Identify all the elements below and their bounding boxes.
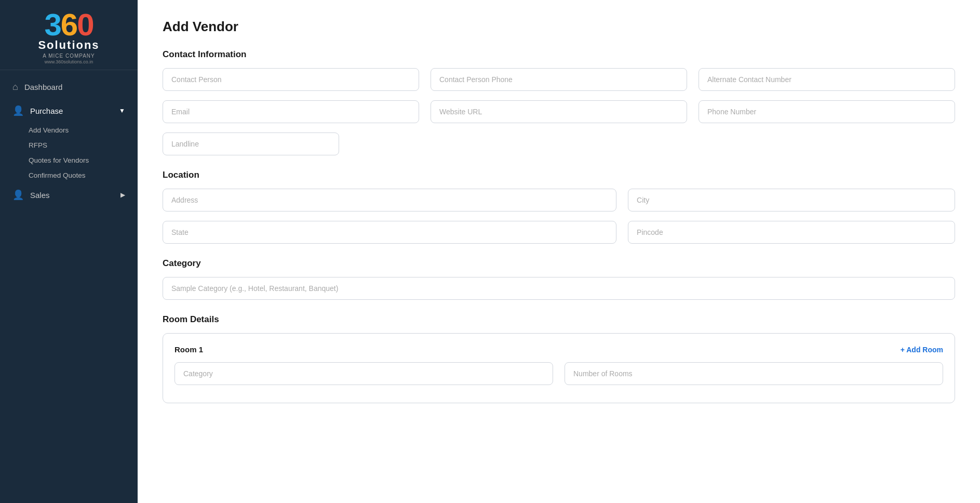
email-input[interactable]	[163, 100, 419, 123]
logo-6: 6	[61, 9, 77, 41]
address-field	[163, 189, 616, 211]
contact-person-phone-input[interactable]	[431, 68, 687, 91]
contact-person-phone-field	[431, 68, 687, 91]
main-content: Add Vendor Contact Information	[138, 0, 980, 503]
contact-row-1	[163, 68, 955, 91]
category-title: Category	[163, 258, 955, 269]
purchase-subitems: Add Vendors RFPS Quotes for Vendors Conf…	[0, 123, 138, 183]
category-input[interactable]	[163, 277, 955, 300]
room-card: Room 1 + Add Room	[163, 333, 955, 403]
category-field	[163, 277, 955, 300]
sidebar-item-confirmed-quotes[interactable]: Confirmed Quotes	[29, 168, 138, 183]
category-row	[163, 277, 955, 300]
page-title: Add Vendor	[163, 19, 955, 35]
website-url-field	[431, 100, 687, 123]
category-section: Category	[163, 258, 955, 300]
alternate-contact-field	[699, 68, 955, 91]
sidebar-item-label-sales: Sales	[30, 191, 50, 200]
contact-info-title: Contact Information	[163, 49, 955, 60]
home-icon: ⌂	[12, 82, 18, 92]
pincode-field	[628, 221, 955, 244]
city-input[interactable]	[628, 189, 955, 211]
logo-3: 3	[44, 9, 60, 41]
room-details-section: Room Details Room 1 + Add Room	[163, 314, 955, 403]
sidebar-nav: ⌂ Dashboard 👤 Purchase ▼ Add Vendors RFP…	[0, 75, 138, 503]
website-url-input[interactable]	[431, 100, 687, 123]
contact-row-3	[163, 133, 955, 155]
purchase-icon: 👤	[12, 105, 24, 116]
num-rooms-field	[565, 362, 943, 385]
num-rooms-input[interactable]	[565, 362, 943, 385]
sales-icon: 👤	[12, 189, 24, 201]
contact-person-input[interactable]	[163, 68, 419, 91]
chevron-right-icon: ▶	[120, 191, 125, 198]
location-section: Location	[163, 170, 955, 244]
location-row-1	[163, 189, 955, 211]
contact-row-2	[163, 100, 955, 123]
add-room-button[interactable]: + Add Room	[901, 346, 943, 354]
room-category-input[interactable]	[174, 362, 553, 385]
sidebar-item-purchase[interactable]: 👤 Purchase ▼	[0, 99, 138, 123]
sidebar-item-label-purchase: Purchase	[30, 107, 63, 115]
sidebar-item-quotes-for-vendors[interactable]: Quotes for Vendors	[29, 153, 138, 168]
room-fields-row	[174, 362, 943, 385]
state-input[interactable]	[163, 221, 616, 244]
contact-info-section: Contact Information	[163, 49, 955, 155]
room-card-header: Room 1 + Add Room	[174, 345, 943, 354]
landline-field	[163, 133, 339, 155]
logo-0: 0	[77, 9, 93, 41]
phone-number-field	[699, 100, 955, 123]
logo-mice: A MICE COMPANY	[43, 53, 95, 59]
sidebar-item-label-dashboard: Dashboard	[24, 83, 62, 91]
landline-input[interactable]	[163, 133, 339, 155]
city-field	[628, 189, 955, 211]
location-row-2	[163, 221, 955, 244]
room-details-title: Room Details	[163, 314, 955, 325]
logo-container: 3 6 0 Solutions A MICE COMPANY www.360so…	[0, 0, 138, 70]
address-input[interactable]	[163, 189, 616, 211]
sidebar-item-add-vendors[interactable]: Add Vendors	[29, 123, 138, 138]
logo-url: www.360solutions.co.in	[45, 59, 93, 64]
sidebar-item-rfps[interactable]: RFPS	[29, 138, 138, 153]
room-category-field	[174, 362, 553, 385]
chevron-down-icon: ▼	[119, 107, 125, 114]
alternate-contact-input[interactable]	[699, 68, 955, 91]
contact-person-field	[163, 68, 419, 91]
logo-icon: 3 6 0	[44, 9, 93, 41]
sidebar-item-sales[interactable]: 👤 Sales ▶	[0, 183, 138, 207]
pincode-input[interactable]	[628, 221, 955, 244]
email-field	[163, 100, 419, 123]
location-title: Location	[163, 170, 955, 180]
phone-number-input[interactable]	[699, 100, 955, 123]
state-field	[163, 221, 616, 244]
room-label: Room 1	[174, 345, 203, 354]
logo-subtitle: Solutions	[38, 38, 99, 52]
sidebar: 3 6 0 Solutions A MICE COMPANY www.360so…	[0, 0, 138, 503]
sidebar-item-dashboard[interactable]: ⌂ Dashboard	[0, 75, 138, 99]
